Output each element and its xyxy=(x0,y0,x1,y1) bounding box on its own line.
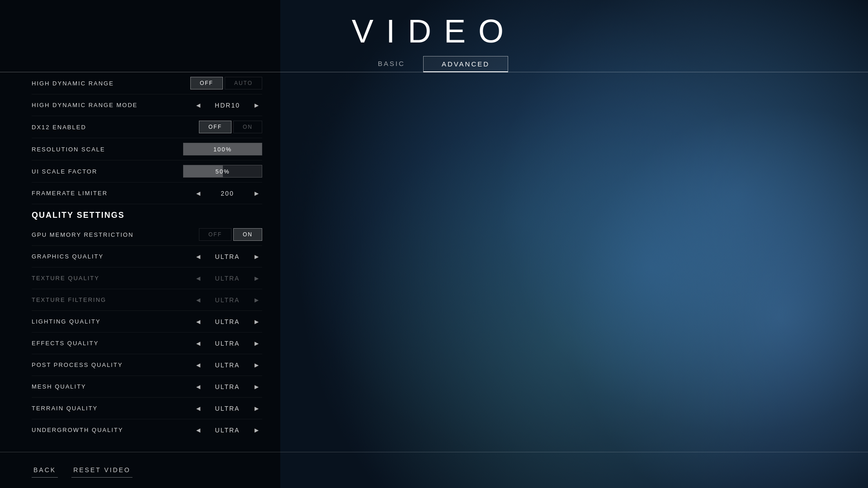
setting-control-framerate: 200 xyxy=(181,188,262,198)
effects-quality-next-button[interactable] xyxy=(251,338,262,348)
settings-panel: HIGH DYNAMIC RANGE OFF AUTO HIGH DYNAMIC… xyxy=(32,72,267,443)
tab-advanced[interactable]: ADVANCED xyxy=(423,56,508,72)
graphics-quality-prev-button[interactable] xyxy=(193,252,204,262)
setting-row-lighting-quality: LIGHTING QUALITY ULTRA xyxy=(32,311,262,333)
dx12-on-button[interactable]: ON xyxy=(233,121,262,133)
hdr-mode-next-button[interactable] xyxy=(251,100,262,110)
texture-filtering-value: ULTRA xyxy=(209,296,245,304)
setting-row-effects-quality: EFFECTS QUALITY ULTRA xyxy=(32,333,262,354)
setting-row-graphics-quality: GRAPHICS QUALITY ULTRA xyxy=(32,246,262,267)
setting-label-texture-filtering: TEXTURE FILTERING xyxy=(32,296,181,303)
back-button[interactable]: BACK xyxy=(32,463,58,478)
undergrowth-quality-next-button[interactable] xyxy=(251,425,262,434)
setting-control-dx12: OFF ON xyxy=(181,121,262,133)
hdr-mode-prev-button[interactable] xyxy=(193,100,204,110)
mesh-quality-prev-button[interactable] xyxy=(193,382,204,392)
bottom-bar: BACK RESET VIDEO xyxy=(0,452,868,488)
setting-row-texture-quality: TEXTURE QUALITY ULTRA xyxy=(32,267,262,289)
setting-row-terrain-quality: TERRAIN QUALITY ULTRA xyxy=(32,398,262,419)
setting-control-post-process: ULTRA xyxy=(181,360,262,370)
undergrowth-quality-value: ULTRA xyxy=(209,427,245,434)
setting-label-dx12: DX12 ENABLED xyxy=(32,124,181,131)
setting-row-gpu-memory: GPU MEMORY RESTRICTION OFF ON xyxy=(32,224,262,246)
setting-row-ui-scale: UI SCALE FACTOR 50% xyxy=(32,160,262,183)
post-process-value: ULTRA xyxy=(209,361,245,369)
post-process-next-button[interactable] xyxy=(251,360,262,370)
terrain-quality-prev-button[interactable] xyxy=(193,404,204,413)
quality-settings-header: QUALITY SETTINGS xyxy=(32,204,262,224)
gpu-memory-on-button[interactable]: ON xyxy=(233,228,262,241)
setting-control-effects-quality: ULTRA xyxy=(181,338,262,348)
undergrowth-quality-prev-button[interactable] xyxy=(193,425,204,434)
setting-label-framerate: FRAMERATE LIMITER xyxy=(32,190,181,197)
setting-row-hdr: HIGH DYNAMIC RANGE OFF AUTO xyxy=(32,72,262,94)
setting-label-effects-quality: EFFECTS QUALITY xyxy=(32,340,181,347)
tabs-container: BASIC ADVANCED xyxy=(0,56,868,72)
setting-row-resolution-scale: RESOLUTION SCALE 100% xyxy=(32,138,262,160)
setting-control-lighting-quality: ULTRA xyxy=(181,317,262,327)
setting-control-mesh-quality: ULTRA xyxy=(181,382,262,392)
setting-label-mesh-quality: MESH QUALITY xyxy=(32,383,181,390)
setting-label-resolution-scale: RESOLUTION SCALE xyxy=(32,146,181,153)
hdr-mode-value: HDR10 xyxy=(209,102,245,109)
resolution-scale-value: 100% xyxy=(184,146,262,153)
setting-label-graphics-quality: GRAPHICS QUALITY xyxy=(32,253,181,260)
setting-label-hdr-mode: HIGH DYNAMIC RANGE MODE xyxy=(32,102,181,108)
setting-label-ui-scale: UI SCALE FACTOR xyxy=(32,168,181,175)
page-title: VIDEO xyxy=(0,13,868,50)
setting-control-terrain-quality: ULTRA xyxy=(181,404,262,413)
setting-row-undergrowth-quality: UNDERGROWTH QUALITY ULTRA xyxy=(32,419,262,434)
setting-control-graphics-quality: ULTRA xyxy=(181,252,262,262)
effects-quality-prev-button[interactable] xyxy=(193,338,204,348)
setting-row-hdr-mode: HIGH DYNAMIC RANGE MODE HDR10 xyxy=(32,94,262,116)
framerate-value: 200 xyxy=(209,190,245,197)
graphics-quality-next-button[interactable] xyxy=(251,252,262,262)
post-process-prev-button[interactable] xyxy=(193,360,204,370)
setting-label-lighting-quality: LIGHTING QUALITY xyxy=(32,318,181,325)
framerate-next-button[interactable] xyxy=(251,188,262,198)
setting-label-hdr: HIGH DYNAMIC RANGE xyxy=(32,80,181,87)
terrain-quality-next-button[interactable] xyxy=(251,404,262,413)
setting-control-ui-scale: 50% xyxy=(181,165,262,178)
setting-control-texture-filtering: ULTRA xyxy=(181,295,262,305)
lighting-quality-next-button[interactable] xyxy=(251,317,262,327)
dx12-off-button[interactable]: OFF xyxy=(199,121,231,133)
setting-label-terrain-quality: TERRAIN QUALITY xyxy=(32,405,181,412)
setting-control-texture-quality: ULTRA xyxy=(181,273,262,283)
quality-settings-title: QUALITY SETTINGS xyxy=(32,211,125,220)
setting-control-undergrowth-quality: ULTRA xyxy=(181,425,262,434)
reset-video-button[interactable]: RESET VIDEO xyxy=(71,463,132,478)
settings-scroll[interactable]: HIGH DYNAMIC RANGE OFF AUTO HIGH DYNAMIC… xyxy=(32,72,267,434)
setting-row-post-process: POST PROCESS QUALITY ULTRA xyxy=(32,354,262,376)
setting-label-post-process: POST PROCESS QUALITY xyxy=(32,361,181,368)
setting-label-undergrowth-quality: UNDERGROWTH QUALITY xyxy=(32,427,181,433)
hdr-auto-button[interactable]: AUTO xyxy=(225,77,262,89)
effects-quality-value: ULTRA xyxy=(209,340,245,347)
terrain-quality-value: ULTRA xyxy=(209,405,245,412)
ui-scale-slider[interactable]: 50% xyxy=(183,165,262,178)
texture-filtering-next-button[interactable] xyxy=(251,295,262,305)
texture-quality-next-button[interactable] xyxy=(251,273,262,283)
lighting-quality-value: ULTRA xyxy=(209,318,245,325)
header: VIDEO BASIC ADVANCED xyxy=(0,0,868,72)
setting-control-hdr: OFF AUTO xyxy=(181,77,262,89)
texture-quality-prev-button[interactable] xyxy=(193,273,204,283)
setting-label-gpu-memory: GPU MEMORY RESTRICTION xyxy=(32,231,181,238)
setting-row-texture-filtering: TEXTURE FILTERING ULTRA xyxy=(32,289,262,311)
setting-label-texture-quality: TEXTURE QUALITY xyxy=(32,275,181,282)
framerate-prev-button[interactable] xyxy=(193,188,204,198)
setting-row-mesh-quality: MESH QUALITY ULTRA xyxy=(32,376,262,398)
setting-row-framerate: FRAMERATE LIMITER 200 xyxy=(32,183,262,204)
setting-row-dx12: DX12 ENABLED OFF ON xyxy=(32,116,262,138)
hdr-off-button[interactable]: OFF xyxy=(190,77,223,89)
gpu-memory-off-button[interactable]: OFF xyxy=(199,228,231,241)
graphics-quality-value: ULTRA xyxy=(209,253,245,260)
resolution-scale-slider[interactable]: 100% xyxy=(183,143,262,155)
lighting-quality-prev-button[interactable] xyxy=(193,317,204,327)
content: VIDEO BASIC ADVANCED HIGH DYNAMIC RANGE … xyxy=(0,0,868,488)
tab-basic[interactable]: BASIC xyxy=(360,56,423,72)
texture-quality-value: ULTRA xyxy=(209,275,245,282)
texture-filtering-prev-button[interactable] xyxy=(193,295,204,305)
mesh-quality-next-button[interactable] xyxy=(251,382,262,392)
ui-scale-value: 50% xyxy=(184,168,262,175)
